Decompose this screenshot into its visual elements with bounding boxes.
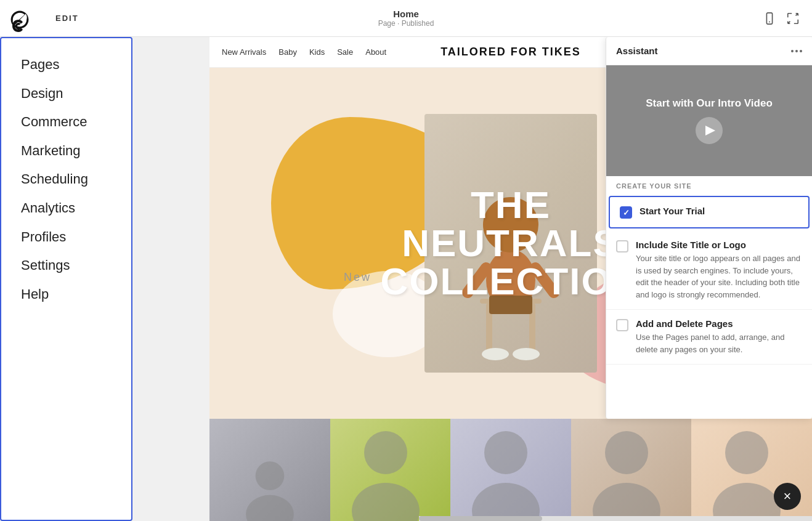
bottom-grid bbox=[209, 419, 812, 521]
svg-point-22 bbox=[472, 483, 540, 521]
pages-item-title: Add and Delete Pages bbox=[636, 318, 802, 329]
hero-text: THE NEUTRALS COLLECTION bbox=[381, 186, 641, 301]
grid-item-2 bbox=[330, 419, 451, 521]
assistant-item-pages[interactable]: Add and Delete Pages Use the Pages panel… bbox=[606, 310, 812, 365]
svg-point-21 bbox=[484, 431, 527, 474]
nav-baby[interactable]: Baby bbox=[278, 47, 297, 57]
hero-line3: COLLECTION bbox=[381, 262, 641, 301]
nav-about[interactable]: About bbox=[365, 47, 386, 57]
assistant-item-trial[interactable]: Start Your Trial bbox=[609, 196, 810, 228]
trial-checkbox[interactable] bbox=[620, 206, 632, 219]
sidebar-item-help[interactable]: Help bbox=[1, 280, 131, 309]
trial-item-title: Start Your Trial bbox=[639, 206, 705, 216]
sidebar: Pages Design Commerce Marketing Scheduli… bbox=[0, 37, 132, 521]
logo-area bbox=[7, 7, 32, 32]
svg-point-17 bbox=[255, 461, 284, 490]
pages-checkbox[interactable] bbox=[616, 319, 628, 331]
nav-new-arrivals[interactable]: New Arrivals bbox=[222, 47, 266, 57]
edit-button[interactable]: EDIT bbox=[55, 14, 79, 23]
page-status: Page · Published bbox=[378, 19, 434, 28]
sidebar-item-marketing[interactable]: Marketing bbox=[1, 137, 131, 166]
assistant-title: Assistant bbox=[616, 46, 658, 56]
page-title: Home bbox=[378, 9, 434, 19]
close-button[interactable]: × bbox=[774, 483, 801, 510]
svg-point-18 bbox=[246, 495, 294, 521]
top-bar: EDIT Home Page · Published bbox=[0, 0, 812, 37]
expand-icon[interactable] bbox=[786, 12, 800, 25]
hero-line2: NEUTRALS bbox=[381, 224, 641, 262]
sidebar-item-commerce[interactable]: Commerce bbox=[1, 108, 131, 137]
mobile-icon[interactable] bbox=[763, 12, 776, 25]
grid-item-1 bbox=[209, 419, 330, 521]
intro-video-section[interactable]: Start with Our Intro Video bbox=[606, 65, 812, 176]
sidebar-item-pages[interactable]: Pages bbox=[1, 50, 131, 79]
logo-checkbox[interactable] bbox=[616, 240, 628, 252]
sidebar-item-scheduling[interactable]: Scheduling bbox=[1, 165, 131, 194]
new-label: New bbox=[344, 271, 371, 284]
grid-item-4 bbox=[571, 419, 692, 521]
video-play-button[interactable] bbox=[696, 117, 723, 144]
nav-sale[interactable]: Sale bbox=[337, 47, 353, 57]
svg-point-24 bbox=[593, 483, 660, 521]
assistant-item-logo[interactable]: Include Site Title or Logo Your site tit… bbox=[606, 231, 812, 310]
scroll-thumb[interactable] bbox=[419, 516, 542, 521]
sidebar-item-design[interactable]: Design bbox=[1, 79, 131, 108]
svg-point-25 bbox=[725, 431, 768, 474]
top-right-icons bbox=[763, 12, 812, 25]
sidebar-item-settings[interactable]: Settings bbox=[1, 251, 131, 280]
svg-point-20 bbox=[352, 483, 420, 521]
more-options-button[interactable] bbox=[791, 50, 802, 52]
svg-point-2 bbox=[769, 21, 770, 22]
squarespace-logo-mark bbox=[10, 10, 30, 30]
assistant-panel: Assistant Start with Our Intro Video CRE… bbox=[606, 37, 812, 419]
logo-item-title: Include Site Title or Logo bbox=[636, 240, 802, 250]
scroll-bar[interactable] bbox=[419, 516, 812, 521]
video-title: Start with Our Intro Video bbox=[646, 97, 773, 110]
svg-point-23 bbox=[605, 431, 648, 474]
hero-line1: THE bbox=[381, 186, 641, 224]
nav-kids[interactable]: Kids bbox=[309, 47, 325, 57]
svg-point-14 bbox=[513, 348, 540, 360]
logo-item-desc: Your site title or logo appears on all p… bbox=[636, 252, 802, 301]
svg-point-26 bbox=[713, 483, 781, 521]
site-nav-links: New Arrivals Baby Kids Sale About bbox=[222, 47, 415, 57]
svg-point-19 bbox=[364, 431, 407, 474]
pages-item-desc: Use the Pages panel to add, arrange, and… bbox=[636, 331, 802, 355]
assistant-header: Assistant bbox=[606, 37, 812, 65]
create-your-site-label: CREATE YOUR SITE bbox=[606, 176, 812, 193]
sidebar-item-profiles[interactable]: Profiles bbox=[1, 223, 131, 252]
site-title: TAILORED FOR TIKES bbox=[415, 46, 607, 59]
sidebar-item-analytics[interactable]: Analytics bbox=[1, 194, 131, 223]
page-info: Home Page · Published bbox=[378, 9, 434, 28]
svg-point-13 bbox=[482, 348, 509, 360]
grid-item-3 bbox=[450, 419, 571, 521]
